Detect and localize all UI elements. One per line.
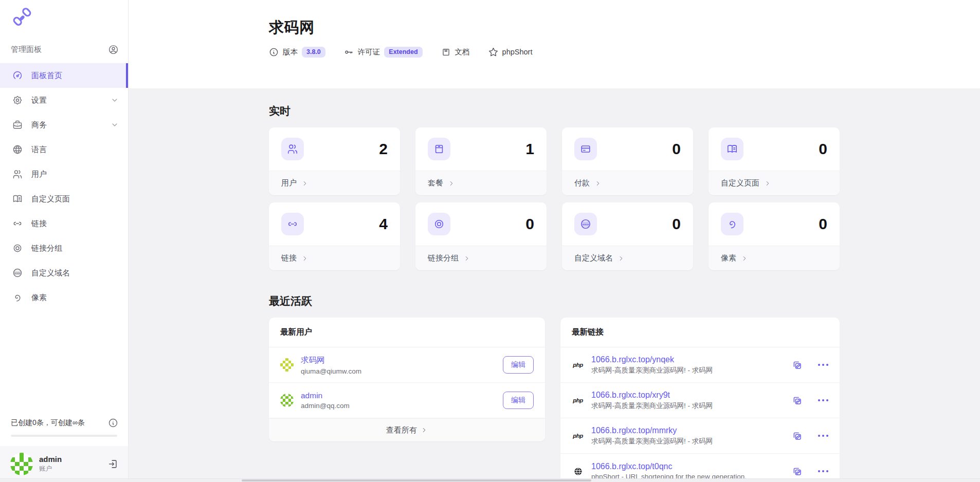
account-role: 账户 <box>39 465 62 473</box>
stat-value: 4 <box>379 215 388 233</box>
short-url-link[interactable]: 1066.b.rglxc.top/mmrky <box>591 426 713 435</box>
book-icon <box>721 138 743 160</box>
www-globe-icon: www <box>574 213 597 235</box>
more-menu-icon[interactable] <box>818 433 829 439</box>
scrollbar-thumb[interactable] <box>242 479 591 481</box>
stat-label: 链接 <box>281 253 297 263</box>
app-logo-chain-icon <box>10 6 128 30</box>
logout-icon[interactable] <box>107 458 119 470</box>
star-icon <box>488 47 498 57</box>
key-icon <box>344 47 354 57</box>
link-description: 求码网-高质量亲测商业源码网! - 求码网 <box>591 437 713 446</box>
sidebar-item-dashboard[interactable]: 面板首页 <box>0 63 128 88</box>
sidebar-item-label: 语言 <box>31 145 47 155</box>
chevron-right-icon <box>301 180 308 187</box>
sidebar-item-link-groups[interactable]: 链接分组 <box>0 236 128 261</box>
avatar <box>280 358 294 372</box>
briefcase-icon <box>12 120 23 130</box>
stat-value: 0 <box>672 140 681 158</box>
sidebar-nav: 面板首页 设置 商务 语言 <box>0 63 128 310</box>
link-icon <box>12 218 23 229</box>
users-icon <box>12 169 23 179</box>
stat-link-links[interactable]: 链接 <box>269 246 400 270</box>
sidebar-item-label: 像素 <box>31 293 47 303</box>
chevron-right-icon <box>764 180 771 187</box>
sidebar-item-settings[interactable]: 设置 <box>0 88 128 113</box>
stat-link-link-groups[interactable]: 链接分组 <box>415 246 547 270</box>
edit-user-button[interactable]: 编辑 <box>503 356 534 374</box>
sidebar-item-links[interactable]: 链接 <box>0 211 128 236</box>
sidebar-item-label: 自定义域名 <box>31 268 70 278</box>
sidebar-item-language[interactable]: 语言 <box>0 137 128 162</box>
link-row: 1066.b.rglxc.top/t0qnc phpShort - URL sh… <box>560 454 840 482</box>
stat-value: 0 <box>525 215 534 233</box>
sidebar-item-label: 用户 <box>31 170 47 179</box>
dashboard-icon <box>12 70 23 81</box>
copy-link-icon[interactable] <box>792 395 803 406</box>
stat-link-custom-pages[interactable]: 自定义页面 <box>709 171 840 195</box>
link-icon <box>281 213 304 235</box>
stat-link-users[interactable]: 用户 <box>269 171 400 195</box>
meta-label: phpShort <box>502 48 533 56</box>
chevron-down-icon <box>111 96 119 104</box>
sidebar-item-custom-domains[interactable]: www 自定义域名 <box>0 261 128 285</box>
stat-card-links: 4 链接 <box>269 202 400 270</box>
sidebar-item-label: 面板首页 <box>31 71 62 81</box>
user-email: qiuma@qiumw.com <box>301 367 361 375</box>
stat-label: 自定义页面 <box>721 178 759 188</box>
short-url-link[interactable]: 1066.b.rglxc.top/ynqek <box>591 355 713 364</box>
more-menu-icon[interactable] <box>818 468 829 475</box>
stat-link-payments[interactable]: 付款 <box>562 171 693 195</box>
avatar <box>10 453 33 475</box>
link-row: php 1066.b.rglxc.top/xry9t 求码网-高质量亲测商业源码… <box>560 383 840 418</box>
more-menu-icon[interactable] <box>818 362 829 368</box>
quota-row: 已创建0条，可创建∞条 <box>0 418 128 428</box>
copy-link-icon[interactable] <box>792 431 803 441</box>
link-description: 求码网-高质量亲测商业源码网! - 求码网 <box>591 401 713 411</box>
copy-link-icon[interactable] <box>792 466 803 477</box>
stat-link-pixels[interactable]: 像素 <box>709 246 840 270</box>
latest-links-panel: 最新链接 php 1066.b.rglxc.top/ynqek 求码网-高质量亲… <box>560 318 840 482</box>
stat-link-custom-domains[interactable]: 自定义域名 <box>562 246 693 270</box>
sidebar-item-custom-pages[interactable]: 自定义页面 <box>0 187 128 211</box>
sidebar-item-pixels[interactable]: 像素 <box>0 285 128 310</box>
sidebar-item-users[interactable]: 用户 <box>0 162 128 187</box>
stat-label: 用户 <box>281 178 297 188</box>
meta-label: 版本 <box>283 47 298 57</box>
stat-label: 付款 <box>574 178 590 188</box>
stat-value: 0 <box>819 215 827 233</box>
user-row: admin admin@qq.com 编辑 <box>269 383 545 418</box>
license-badge: Extended <box>384 47 422 58</box>
more-menu-icon[interactable] <box>818 397 829 404</box>
stat-card-plans: 1 套餐 <box>415 127 547 195</box>
sidebar-item-business[interactable]: 商务 <box>0 113 128 137</box>
meta-license: 许可证 Extended <box>344 47 423 58</box>
short-url-link[interactable]: 1066.b.rglxc.top/t0qnc <box>591 462 747 471</box>
link-row: php 1066.b.rglxc.top/ynqek 求码网-高质量亲测商业源码… <box>560 347 840 383</box>
link-description: 求码网-高质量亲测商业源码网! - 求码网 <box>591 366 713 375</box>
horizontal-scrollbar[interactable] <box>0 478 980 482</box>
header-meta-row: 版本 3.8.0 许可证 Extended 文档 <box>269 47 840 58</box>
sidebar-item-label: 商务 <box>31 120 47 130</box>
meta-phpshort-link[interactable]: phpShort <box>488 47 533 57</box>
meta-docs-link[interactable]: 文档 <box>441 47 470 57</box>
copy-link-icon[interactable] <box>792 360 803 370</box>
user-name-link[interactable]: 求码网 <box>301 355 361 366</box>
stats-grid: 2 用户 1 套餐 <box>269 127 840 270</box>
user-name-link[interactable]: admin <box>301 391 350 400</box>
panel-title: 最新链接 <box>560 318 840 347</box>
short-url-link[interactable]: 1066.b.rglxc.top/xry9t <box>591 391 713 400</box>
info-circle-icon[interactable] <box>108 418 118 428</box>
spiral-icon <box>721 213 743 235</box>
user-circle-icon[interactable] <box>108 44 119 55</box>
edit-user-button[interactable]: 编辑 <box>503 392 534 409</box>
chevron-right-icon <box>301 255 308 262</box>
view-all-link[interactable]: 查看所有 <box>269 418 545 441</box>
package-icon <box>428 138 450 160</box>
version-badge: 3.8.0 <box>302 47 325 58</box>
stat-label: 套餐 <box>428 178 443 188</box>
account-panel[interactable]: admin 账户 <box>0 446 128 482</box>
php-favicon: php <box>572 397 584 403</box>
stat-link-plans[interactable]: 套餐 <box>415 171 547 195</box>
chevron-right-icon <box>594 180 602 187</box>
